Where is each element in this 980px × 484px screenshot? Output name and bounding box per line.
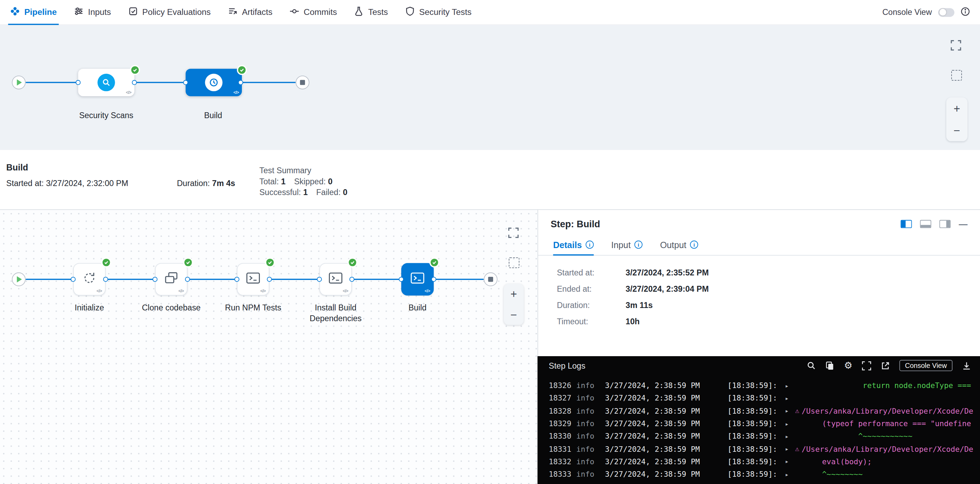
log-level: info [576,407,605,416]
split-view-bottom-icon[interactable] [920,220,931,228]
step-start-node[interactable] [12,272,25,286]
step-connector [352,279,401,280]
console-view-toggle[interactable] [938,8,955,17]
info-icon[interactable]: i [690,240,698,248]
tab-security-tests[interactable]: Security Tests [405,0,472,24]
expand-caret-icon[interactable]: ▸ [785,446,795,452]
pipeline-icon [10,6,20,18]
expand-caret-icon[interactable]: ▸ [785,382,795,389]
tab-label: Input [611,240,631,250]
stage-graph-canvas[interactable]: </> Security Scans </> Build + [0,25,980,150]
stage-started-at: Started at: 3/27/2024, 2:32:00 PM [6,179,128,188]
info-icon[interactable]: i [635,240,643,248]
log-row[interactable]: 18331 info 3/27/2024, 2:38:59 PM [18:38:… [549,443,980,455]
tab-label: Commits [304,8,337,17]
log-timestamp: [18:38:59]: [727,457,785,466]
log-row[interactable]: 18330 info 3/27/2024, 2:38:59 PM [18:38:… [549,430,980,443]
artifacts-list-icon [228,6,238,18]
split-view-right-icon[interactable] [939,220,951,228]
tab-commits[interactable]: Commits [290,0,337,24]
step-node-clone-codebase[interactable]: </> [155,263,188,295]
tab-details[interactable]: Details i [553,234,593,255]
console-view-label: Console View [882,8,932,17]
log-level: info [576,381,605,390]
step-logs-header: Step Logs ⚙ Console View [538,356,980,375]
stage-select-region-button[interactable] [951,70,962,81]
log-row[interactable]: 18329 info 3/27/2024, 2:38:59 PM [18:38:… [549,417,980,430]
tab-inputs[interactable]: Inputs [73,0,111,24]
security-scan-icon [97,74,115,91]
step-node-initialize[interactable]: </> [73,263,106,295]
step-end-node[interactable] [484,272,498,286]
connector-port [185,277,190,282]
terminal-icon [328,270,344,289]
info-icon[interactable] [961,6,970,17]
copy-icon[interactable] [826,361,835,370]
log-row[interactable]: 18328 info 3/27/2024, 2:38:59 PM [18:38:… [549,405,980,417]
console-view-button[interactable]: Console View [899,360,952,371]
test-summary-title: Test Summary [259,165,353,176]
log-row[interactable]: 18333 info 3/27/2024, 2:38:59 PM [18:38:… [549,468,980,481]
fullscreen-icon[interactable] [862,361,871,370]
expand-caret-icon[interactable]: ▸ [785,459,795,465]
tab-policy-evaluations[interactable]: Policy Evaluations [128,0,211,24]
tab-output[interactable]: Output i [660,234,698,255]
expand-caret-icon[interactable]: ▸ [785,408,795,414]
expand-caret-icon[interactable]: ▸ [785,395,795,402]
expand-caret-icon[interactable]: ▸ [785,433,795,440]
skipped-label: Skipped: [294,177,326,186]
started-value: 3/27/2024, 2:32:00 PM [46,179,128,188]
zoom-in-button[interactable]: + [511,288,517,299]
stage-end-node[interactable] [296,76,309,89]
warning-icon: ⚠ [795,445,799,453]
log-line-number: 18330 [549,432,576,441]
log-row[interactable]: 18326 info 3/27/2024, 2:38:59 PM [18:38:… [549,379,980,392]
policy-check-icon [128,6,138,18]
connector-port [317,277,321,282]
step-graph-canvas[interactable]: </> Initialize </> Clone codebase </> Ru… [0,209,538,484]
expand-caret-icon[interactable]: ▸ [785,420,795,427]
step-node-build[interactable]: </> [401,263,434,295]
success-badge [130,65,140,75]
navbar-right: Console View [882,6,970,17]
log-content: eval(body); [795,457,980,466]
success-badge [101,257,111,267]
external-link-icon[interactable] [881,361,890,370]
terminal-icon [245,270,261,289]
duration-label: Duration: [177,179,210,188]
stage-start-node[interactable] [12,76,25,89]
tab-artifacts[interactable]: Artifacts [228,0,272,24]
minimize-icon[interactable]: — [959,219,967,229]
search-icon[interactable] [807,361,816,370]
success-badge [183,257,193,267]
tab-tests[interactable]: Tests [354,0,388,24]
success-badge [348,257,358,267]
split-view-left-icon[interactable] [900,220,912,228]
step-connector [434,279,484,280]
download-icon[interactable] [962,361,971,370]
tab-label: Details [553,240,582,250]
step-node-run-npm-tests[interactable]: </> [237,263,270,295]
step-fullscreen-button[interactable] [508,227,519,240]
gear-icon[interactable]: ⚙ [844,361,853,370]
connector-port [183,80,188,85]
zoom-out-button[interactable]: − [511,309,517,320]
log-timestamp: [18:38:59]: [727,432,785,441]
code-glyph-icon: </> [260,289,266,293]
step-node-install-build-dependencies[interactable]: </> [320,263,352,295]
zoom-in-button[interactable]: + [954,103,960,114]
expand-caret-icon[interactable]: ▸ [785,471,795,478]
connector-port [103,277,108,282]
log-row[interactable]: 18327 info 3/27/2024, 2:38:59 PM [18:38:… [549,392,980,405]
stage-node-security-scans[interactable]: </> [78,68,134,96]
nav-tabs: Pipeline Inputs Policy Evaluations Artif… [10,0,472,24]
log-row[interactable]: 18332 info 3/27/2024, 2:38:59 PM [18:38:… [549,455,980,468]
info-icon[interactable]: i [585,240,593,248]
tab-pipeline[interactable]: Pipeline [10,0,57,24]
stage-fullscreen-button[interactable] [951,40,961,53]
code-glyph-icon: </> [233,90,239,95]
tab-input[interactable]: Input i [611,234,643,255]
zoom-out-button[interactable]: − [954,125,960,136]
step-select-region-button[interactable] [509,257,519,268]
stage-node-build[interactable]: </> [186,68,242,96]
